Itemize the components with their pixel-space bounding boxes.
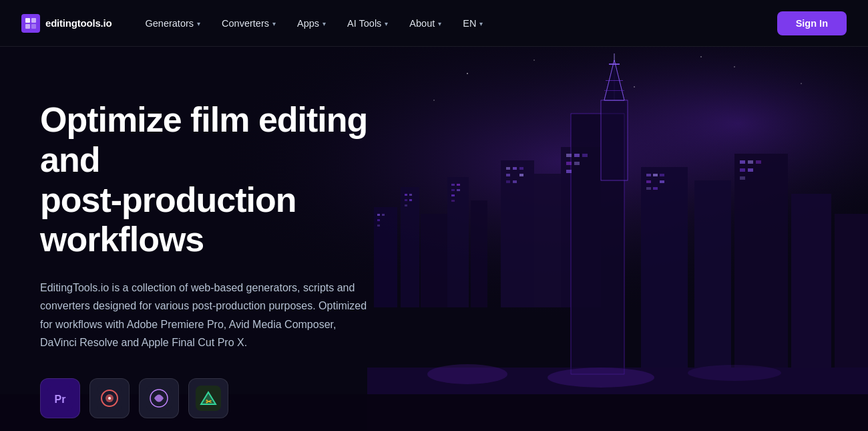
svg-rect-39: [451, 194, 455, 196]
svg-rect-20: [534, 174, 561, 307]
svg-point-13: [700, 56, 702, 57]
svg-rect-43: [519, 167, 523, 170]
about-chevron-icon: ▾: [438, 20, 441, 27]
svg-rect-65: [653, 187, 658, 190]
svg-rect-46: [506, 180, 510, 183]
svg-point-10: [734, 66, 735, 67]
logo-icon: [21, 14, 40, 33]
svg-rect-35: [451, 184, 455, 186]
hero-section: Optimize film editing and post-productio…: [0, 47, 868, 431]
converters-chevron-icon: ▾: [272, 20, 276, 27]
svg-rect-23: [601, 100, 628, 180]
converters-label: Converters: [222, 18, 269, 29]
svg-rect-58: [835, 214, 868, 368]
navbar: editingtools.io Generators ▾ Converters …: [0, 0, 868, 47]
ai-tools-label: AI Tools: [347, 18, 381, 29]
nav-left: editingtools.io Generators ▾ Converters …: [21, 13, 492, 34]
logo[interactable]: editingtools.io: [21, 14, 112, 33]
svg-rect-80: [609, 63, 620, 65]
svg-point-88: [108, 397, 111, 400]
svg-rect-69: [740, 168, 745, 172]
svg-rect-41: [506, 167, 510, 170]
svg-rect-38: [457, 189, 460, 191]
nav-item-apps[interactable]: Apps ▾: [288, 13, 335, 34]
svg-rect-49: [574, 154, 580, 157]
generators-label: Generators: [146, 18, 194, 29]
en-label: EN: [463, 18, 476, 29]
svg-point-11: [801, 83, 802, 84]
logo-text: editingtools.io: [45, 17, 112, 29]
svg-rect-64: [646, 187, 651, 190]
premiere-pro-icon[interactable]: Pr: [40, 378, 80, 418]
sign-in-button[interactable]: Sign In: [777, 11, 847, 35]
svg-rect-54: [641, 167, 688, 368]
svg-rect-66: [740, 160, 745, 164]
nav-item-generators[interactable]: Generators ▾: [136, 13, 210, 34]
svg-point-12: [433, 100, 435, 101]
svg-rect-63: [660, 180, 664, 183]
svg-rect-61: [660, 174, 664, 176]
final-cut-pro-icon[interactable]: ✂: [188, 378, 228, 418]
apps-label: Apps: [297, 18, 319, 29]
hero-title: Optimize film editing and post-productio…: [40, 100, 374, 260]
nav-item-en[interactable]: EN ▾: [453, 13, 492, 34]
nav-menu: Generators ▾ Converters ▾ Apps ▾ AI Tool…: [136, 13, 493, 34]
svg-point-76: [688, 365, 781, 381]
hero-description: EditingTools.io is a collection of web-b…: [40, 279, 367, 351]
svg-point-74: [427, 364, 507, 384]
svg-rect-59: [646, 174, 651, 176]
nav-item-ai-tools[interactable]: AI Tools ▾: [338, 13, 397, 34]
apps-chevron-icon: ▾: [322, 20, 326, 27]
svg-rect-57: [791, 194, 831, 368]
davinci-resolve-icon[interactable]: [89, 378, 130, 418]
svg-rect-17: [447, 177, 469, 307]
app-icons-row: Pr: [40, 378, 374, 418]
svg-rect-67: [748, 160, 753, 164]
ai-tools-chevron-icon: ▾: [385, 20, 388, 27]
svg-rect-37: [451, 189, 455, 191]
svg-rect-62: [646, 180, 651, 183]
svg-point-75: [548, 368, 654, 388]
svg-rect-47: [513, 180, 517, 183]
svg-rect-55: [694, 180, 731, 368]
svg-rect-71: [740, 176, 745, 180]
svg-rect-56: [734, 154, 788, 368]
svg-rect-68: [756, 160, 761, 164]
svg-rect-40: [451, 200, 455, 202]
svg-point-7: [467, 73, 468, 74]
nav-item-about[interactable]: About ▾: [400, 13, 451, 34]
svg-rect-16: [421, 214, 447, 307]
svg-rect-50: [582, 154, 588, 157]
svg-rect-44: [506, 174, 510, 176]
svg-rect-81: [606, 80, 623, 81]
hero-content: Optimize film editing and post-productio…: [0, 47, 414, 431]
svg-rect-18: [471, 200, 487, 307]
avid-media-composer-icon[interactable]: [139, 378, 179, 418]
svg-rect-82: [604, 90, 624, 91]
svg-text:✂: ✂: [206, 398, 212, 406]
svg-rect-2: [25, 24, 30, 29]
about-label: About: [409, 18, 435, 29]
svg-rect-52: [574, 162, 580, 165]
svg-rect-45: [519, 174, 523, 176]
svg-rect-60: [653, 174, 658, 176]
en-chevron-icon: ▾: [479, 20, 483, 27]
svg-rect-70: [748, 168, 753, 172]
svg-rect-19: [501, 160, 534, 307]
svg-rect-0: [25, 18, 30, 23]
svg-rect-1: [31, 18, 36, 23]
generators-chevron-icon: ▾: [197, 20, 200, 27]
svg-point-9: [634, 86, 635, 88]
svg-text:Pr: Pr: [55, 394, 66, 405]
svg-rect-3: [31, 24, 36, 29]
svg-rect-42: [513, 167, 517, 170]
svg-rect-36: [457, 184, 460, 186]
svg-point-8: [533, 59, 535, 61]
nav-item-converters[interactable]: Converters ▾: [212, 13, 285, 34]
